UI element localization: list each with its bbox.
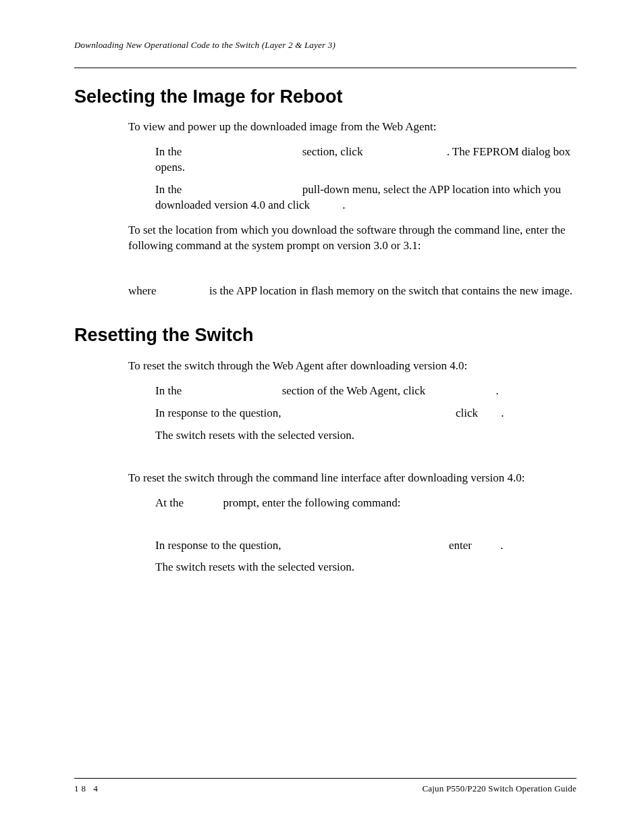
reset-web-step-1: In the section of the Web Agent, click . (155, 384, 576, 399)
text: In the (155, 384, 184, 397)
text: . (496, 384, 499, 397)
section-title-select: Selecting the Image for Reboot (74, 84, 576, 109)
text: click (453, 407, 481, 419)
running-header: Downloading New Operational Code to the … (74, 39, 576, 51)
text: In the (155, 183, 184, 196)
select-intro: To view and power up the downloaded imag… (128, 120, 576, 135)
select-cli-intro: To set the location from which you downl… (128, 223, 576, 254)
select-step-1: In the section, click . The FEPROM dialo… (155, 145, 576, 176)
text: . (500, 539, 503, 552)
select-where: where is the APP location in flash memor… (128, 284, 576, 299)
page: Downloading New Operational Code to the … (0, 0, 644, 834)
text: section of the Web Agent, click (279, 384, 428, 397)
reset-cli-step-2: In response to the question, enter . (155, 538, 576, 554)
text: In response to the question, (155, 539, 284, 552)
reset-cli-step-1: At the prompt, enter the following comma… (155, 496, 576, 511)
text: In the (155, 145, 184, 158)
text: In response to the question, (155, 407, 284, 419)
text: section, click (299, 145, 365, 158)
page-footer: 18 4 Cajun P550/P220 Switch Operation Gu… (74, 778, 576, 795)
text: where (128, 284, 159, 297)
page-number: 18 4 (74, 783, 101, 795)
header-rule (74, 68, 576, 68)
text: pull-down menu, select the APP location … (155, 183, 561, 211)
text: . (501, 407, 504, 419)
reset-cli-step-3: The switch resets with the selected vers… (155, 560, 576, 575)
text: prompt, enter the following command: (220, 496, 400, 509)
text: At the (155, 496, 186, 509)
text: enter (446, 539, 475, 552)
reset-web-intro: To reset the switch through the Web Agen… (128, 359, 576, 374)
footer-rule (74, 778, 576, 779)
select-step-2: In the pull-down menu, select the APP lo… (155, 182, 576, 213)
text: is the APP location in flash memory on t… (207, 284, 572, 297)
doc-title-footer: Cajun P550/P220 Switch Operation Guide (422, 783, 576, 795)
text: . (342, 199, 345, 211)
reset-web-step-3: The switch resets with the selected vers… (155, 428, 576, 444)
section-title-reset: Resetting the Switch (74, 323, 576, 347)
reset-cli-intro: To reset the switch through the command … (128, 471, 576, 486)
reset-web-step-2: In response to the question, click . (155, 406, 576, 421)
